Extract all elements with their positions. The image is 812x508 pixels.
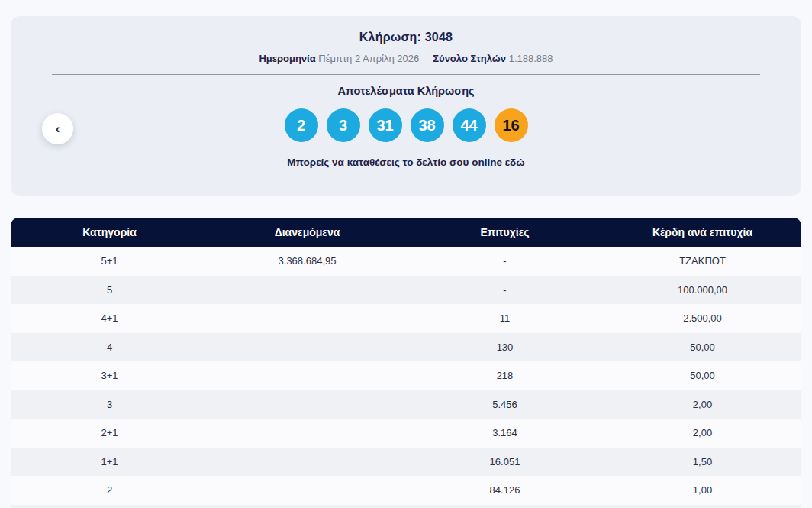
winning-numbers-row: 2 3 31 38 44 16: [11, 108, 801, 142]
cell-category: 2: [11, 484, 208, 496]
divider: [52, 74, 760, 75]
column-header-distributed: Διανεμόμενα: [208, 226, 406, 238]
cell-category: 1+1: [11, 456, 208, 468]
carousel-prev-button[interactable]: ‹: [42, 113, 73, 144]
cell-category: 4+1: [11, 312, 208, 324]
winning-number-ball: 2: [285, 108, 318, 142]
table-row: 5+1 3.368.684,95 - ΤΖΑΚΠΟΤ: [11, 247, 801, 276]
total-columns-value: 1.188.888: [509, 53, 553, 64]
cell-category: 2+1: [11, 427, 208, 438]
draw-meta: Ημερομηνία Πέμπτη 2 Απρίλη 2026Σύνολο Στ…: [11, 53, 801, 64]
cell-prize: 2.500,00: [604, 312, 801, 324]
prize-table: Κατηγορία Διανεμόμενα Επιτυχίες Κέρδη αν…: [11, 218, 801, 508]
cell-prize: 1,50: [604, 456, 801, 468]
draw-date-label: Ημερομηνία: [259, 53, 315, 64]
draw-date: Ημερομηνία Πέμπτη 2 Απρίλη 2026: [259, 53, 419, 64]
table-row: 5 - 100.000,00: [11, 276, 801, 305]
cell-winners: 218: [406, 370, 604, 381]
table-row-partial: [11, 505, 801, 508]
column-header-category: Κατηγορία: [11, 226, 208, 238]
draw-info-card: Κλήρωση: 3048 Ημερομηνία Πέμπτη 2 Απρίλη…: [11, 16, 801, 196]
cell-category: 4: [11, 341, 208, 353]
draw-number: 3048: [425, 31, 453, 44]
cell-prize: 100.000,00: [604, 284, 801, 296]
cell-winners: -: [406, 284, 604, 296]
table-row: 1+1 16.051 1,50: [11, 448, 801, 477]
winning-number-ball: 31: [369, 108, 402, 142]
winning-number-ball: 3: [327, 108, 360, 142]
draw-date-value: Πέμπτη 2 Απρίλη 2026: [318, 53, 419, 64]
cell-prize: 2,00: [604, 427, 801, 438]
cell-category: 3+1: [11, 370, 208, 381]
cell-winners: 11: [406, 312, 604, 324]
column-header-winners: Επιτυχίες: [406, 226, 604, 238]
submit-online-link[interactable]: Μπορείς να καταθέσεις το δελτίο σου onli…: [11, 157, 801, 168]
cell-winners: 16.051: [406, 456, 604, 468]
cell-winners: 130: [406, 341, 604, 353]
table-row: 4 130 50,00: [11, 333, 801, 362]
chevron-left-icon: ‹: [56, 121, 60, 137]
table-row: 2+1 3.164 2,00: [11, 419, 801, 448]
table-row: 2 84.126 1,00: [11, 476, 801, 505]
draw-title: Κλήρωση: 3048: [11, 16, 801, 44]
results-title: Αποτελέσματα Κλήρωσης: [11, 85, 801, 97]
table-row: 4+1 11 2.500,00: [11, 304, 801, 333]
column-header-prize: Κέρδη ανά επιτυχία: [604, 226, 801, 238]
table-row: 3 5.456 2,00: [11, 390, 801, 419]
cell-prize: 50,00: [604, 370, 801, 381]
cell-prize: 1,00: [604, 484, 801, 496]
cell-category: 3: [11, 399, 208, 410]
cell-category: 5: [11, 284, 208, 296]
cell-winners: 3.164: [406, 427, 604, 438]
cell-winners: 5.456: [406, 399, 604, 410]
cell-distributed: 3.368.684,95: [208, 255, 406, 267]
winning-number-ball: 38: [411, 108, 444, 142]
cell-category: 5+1: [11, 255, 208, 267]
draw-title-label: Κλήρωση:: [359, 31, 421, 44]
table-row: 3+1 218 50,00: [11, 361, 801, 390]
table-header-row: Κατηγορία Διανεμόμενα Επιτυχίες Κέρδη αν…: [11, 218, 801, 247]
joker-number-ball: 16: [495, 108, 528, 142]
winning-number-ball: 44: [453, 108, 486, 142]
cell-prize: ΤΖΑΚΠΟΤ: [604, 255, 801, 267]
total-columns: Σύνολο Στηλών 1.188.888: [433, 53, 553, 64]
cell-prize: 50,00: [604, 341, 801, 353]
cell-prize: 2,00: [604, 399, 801, 410]
cell-winners: -: [406, 255, 604, 267]
total-columns-label: Σύνολο Στηλών: [433, 53, 506, 64]
cell-winners: 84.126: [406, 484, 604, 496]
